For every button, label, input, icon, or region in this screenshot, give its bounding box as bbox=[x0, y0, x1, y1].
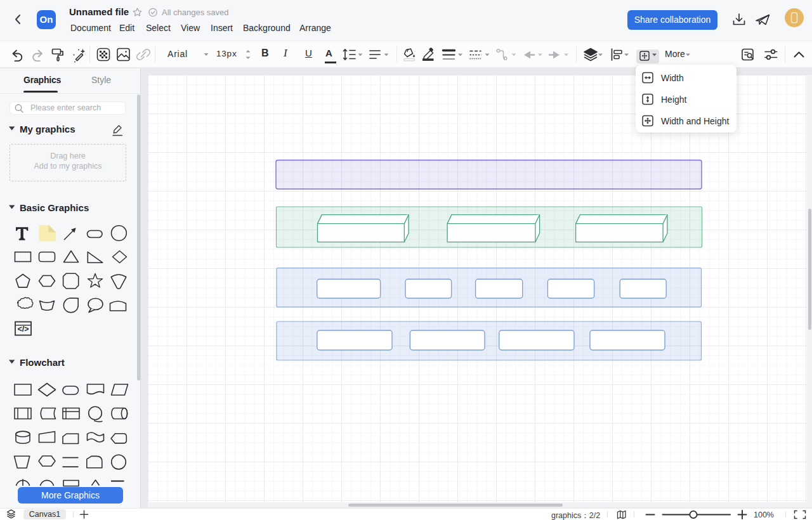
svg-text:</>: </> bbox=[17, 325, 29, 334]
